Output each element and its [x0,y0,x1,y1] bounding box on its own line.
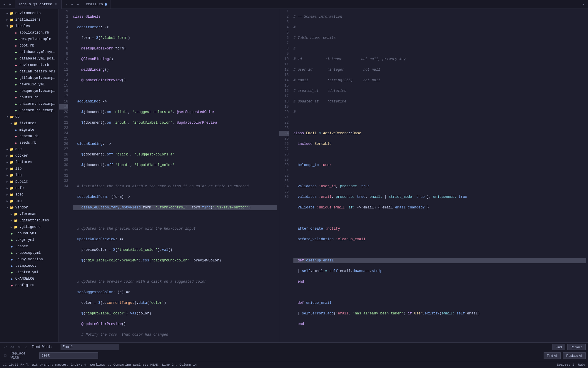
file-icon-unicorn: ◆ [14,102,18,106]
sidebar-label-teatro: .teatro.yml [15,270,57,274]
file-icon-boot-rb: ◆ [14,43,18,48]
right-code-content[interactable]: # == Schema Information # # Table name: … [291,9,588,342]
sidebar-label-db-pg: database.yml.postgresql [19,57,57,61]
left-line-numbers: 12345 678910 1112131415 1617181920 21222… [59,9,71,342]
tab-email-rb[interactable]: email.rb [82,0,111,9]
sidebar-item-routes[interactable]: ◆ routes.rb [0,94,59,101]
arrow-spacer-7 [9,69,14,74]
sidebar-item-unicorn[interactable]: ◆ unicorn.rb.example [0,101,59,107]
sidebar-item-schema[interactable]: ◆ schema.rb [0,133,59,140]
replace-preserve-case-icon[interactable]: □ [2,353,8,359]
left-editor-pane: 12345 678910 1112131415 1617181920 21222… [59,9,279,342]
replace-button[interactable]: Replace [567,344,586,350]
sidebar-item-fixtures[interactable]: ▶ 📁 fixtures [0,120,59,127]
sidebar-item-ruby-version[interactable]: ◆ .ruby-version [0,256,59,263]
find-wrap-icon[interactable]: ↺ [24,344,29,350]
sidebar-item-seeds[interactable]: ◆ seeds.rb [0,140,59,146]
arrow-spacer-4 [9,50,14,54]
tab-label-email: email.rb [86,2,103,6]
sidebar-label-vendor: vendor [15,205,57,210]
find-input[interactable] [61,344,119,350]
sidebar-item-foreman[interactable]: ▶ 📁 .foreman [0,211,59,217]
sidebar-item-resque[interactable]: ◆ resque.yml.example [0,88,59,94]
sidebar-item-rubocop[interactable]: ◆ .rubocop.yml [0,250,59,256]
sidebar: ▶ 📁 environments ▶ 📁 initializers ▼ 📂 lo… [0,9,59,342]
sidebar-item-boot-rb[interactable]: ◆ boot.rb [0,42,59,49]
file-icon-unicorn-dev: ◆ [14,108,18,113]
folder-icon-lib: 📁 [9,166,14,171]
sidebar-item-changelog[interactable]: ◆ CHANGELOG [0,276,59,282]
file-icon-rspec: ◆ [9,244,14,249]
replace-input[interactable] [39,352,98,359]
sidebar-item-docker[interactable]: ▶ 📁 docker [0,152,59,159]
arrow-spacer-23 [5,270,9,274]
sidebar-label-environments: environments [15,11,57,15]
arrow-spacer-16 [9,141,14,145]
arrow-gitignore: ▶ [9,225,14,229]
sidebar-item-log[interactable]: ▶ 📁 log [0,172,59,178]
sidebar-item-gitattributes[interactable]: ▶ 📁 .gitattributes [0,217,59,224]
sidebar-label-spec: spec [15,193,57,197]
file-icon-config-ru: ◆ [9,283,14,288]
sidebar-item-pkgr[interactable]: ◆ .pkgr.yml [0,237,59,243]
sidebar-item-locales[interactable]: ▼ 📂 locales [0,23,59,29]
sidebar-item-spec[interactable]: ▶ 📁 spec [0,191,59,198]
sidebar-item-rspec[interactable]: ◆ .rspec [0,243,59,250]
folder-icon-foreman: 📁 [14,212,18,216]
right-dropdown-arrow[interactable]: ▾ [64,2,69,7]
tab-labels-coffee[interactable]: labels.js.coffee × [15,0,62,9]
sidebar-item-teatro[interactable]: ◆ .teatro.yml [0,269,59,276]
sidebar-item-simplecov[interactable]: ◆ .simplecov [0,263,59,269]
replace-icons: □ [2,353,8,359]
global-dropdown-arrow[interactable]: ▾ [581,2,586,7]
right-next-arrow[interactable]: ▶ [75,2,81,7]
right-prev-arrow[interactable]: ◀ [69,2,75,7]
left-code-content[interactable]: class @Labels constructor: -> form = $('… [71,9,279,342]
sidebar-item-initializers[interactable]: ▶ 📁 initializers [0,16,59,23]
sidebar-item-doc[interactable]: ▶ 📁 doc [0,146,59,152]
sidebar-item-db[interactable]: ▼ 📂 db [0,114,59,120]
sidebar-item-tmp[interactable]: ▶ 📁 tmp [0,198,59,204]
sidebar-item-migrate[interactable]: ◆ migrate [0,127,59,133]
left-prev-arrow[interactable]: ◀ [2,2,7,7]
arrow-spacer-22 [5,264,9,268]
find-button[interactable]: Find [552,344,565,350]
sidebar-item-gitignore[interactable]: ▶ 📁 .gitignore [0,224,59,230]
sidebar-item-db-pg[interactable]: ◆ database.yml.postgresql [0,55,59,62]
sidebar-item-unicorn-dev[interactable]: ◆ unicorn.rb.example.developmen [0,107,59,114]
sidebar-item-environments[interactable]: ▶ 📁 environments [0,10,59,16]
status-git-info: ], git branch: master, index: √, working… [26,363,197,367]
sidebar-item-features[interactable]: ▶ 📁 features [0,159,59,165]
sidebar-item-gitlab-yml[interactable]: ◆ gitlab.yml.example [0,75,59,81]
sidebar-item-hound[interactable]: ◆ .hound.yml [0,230,59,237]
tab-close-left[interactable]: × [54,2,58,6]
arrow-spacer-6 [9,63,14,67]
sidebar-item-newrelic[interactable]: ◆ newrelic.yml [0,81,59,88]
file-icon-pkgr: ◆ [9,238,14,242]
sidebar-item-safe[interactable]: ▶ 📁 safe [0,185,59,191]
folder-icon-initializers: 📁 [9,17,14,22]
arrow-spacer-15 [9,134,14,138]
sidebar-item-application-rb[interactable]: ◆ application.rb [0,29,59,36]
sidebar-item-config-ru[interactable]: ◆ config.ru [0,282,59,289]
sidebar-item-db-mysql[interactable]: ◆ database.yml.mysql [0,49,59,55]
left-next-arrow[interactable]: ▶ [8,2,13,7]
find-case-icon[interactable]: Aa [9,344,15,350]
replace-all-button[interactable]: Replace All [563,352,586,359]
sidebar-label-hound: .hound.yml [15,231,57,236]
right-editor-pane: 12345 678910 1112131415 1617181920 21222… [279,9,588,342]
file-icon-seeds: ◆ [14,140,18,145]
left-code-scroll[interactable]: 12345 678910 1112131415 1617181920 21222… [59,9,279,342]
sidebar-item-env-rb[interactable]: ◆ environment.rb [0,62,59,68]
find-all-button[interactable]: Find All [544,352,561,359]
find-word-icon[interactable]: W [16,344,22,350]
sidebar-item-aws[interactable]: ◆ aws.yml.example [0,36,59,42]
sidebar-item-gitlab-teatro[interactable]: ◆ gitlab.teatro.yml [0,68,59,75]
sidebar-item-vendor[interactable]: ▼ 📂 vendor [0,204,59,211]
sidebar-item-public[interactable]: ▶ 📁 public [0,178,59,185]
sidebar-item-lib[interactable]: ▶ 📁 lib [0,165,59,172]
right-code-scroll[interactable]: 12345 678910 1112131415 1617181920 21222… [279,9,588,342]
arrow-spacer-1 [9,31,14,35]
find-regex-icon[interactable]: .* [2,344,8,350]
arrow-spacer-3 [9,44,14,48]
